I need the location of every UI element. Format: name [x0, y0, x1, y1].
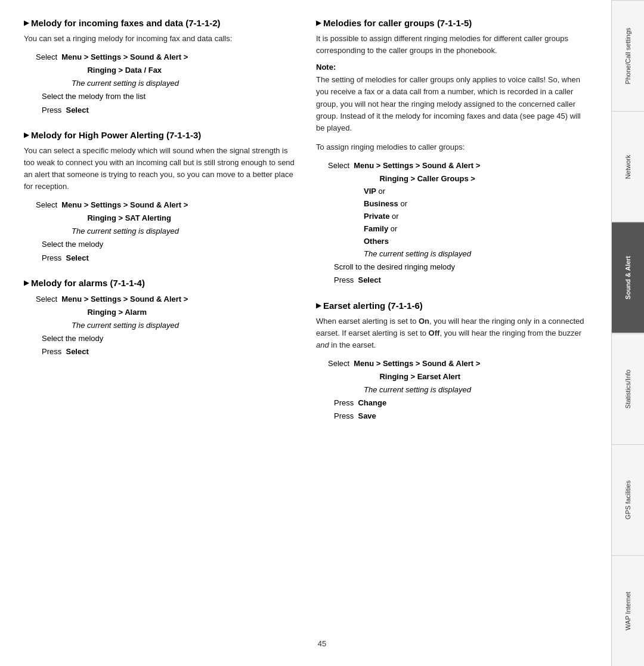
section-caller-groups: Melodies for caller groups (7-1-1-5) It …: [316, 18, 590, 287]
action-fax-step3: Press Select: [42, 104, 298, 117]
action-cg-select: Select: [358, 275, 380, 284]
action-earset-save: Save: [358, 411, 376, 420]
option-business: Business: [364, 199, 398, 208]
action-earset-step2: Press Change: [334, 396, 590, 410]
note-block: Note: The setting of melodies for caller…: [316, 63, 590, 134]
note-text: The setting of melodies for caller group…: [316, 74, 590, 134]
option-family: Family: [364, 224, 388, 233]
select-label-alarm: Select: [36, 293, 57, 306]
note-label: Note:: [316, 63, 590, 72]
action-alarm-step3: Press Select: [42, 345, 298, 358]
italic-note-sat: The current setting is displayed: [72, 225, 298, 238]
italic-note-earset: The current setting is displayed: [364, 383, 590, 396]
italic-note-fax: The current setting is displayed: [72, 77, 298, 90]
italic-note-cg: The current setting is displayed: [364, 247, 590, 261]
sidebar-tab-gps-facilities[interactable]: GPS facilities: [612, 444, 644, 555]
nav-path-earset: Menu > Settings > Sound & Alert > Ringin…: [354, 357, 480, 383]
action-fax-step2: Select the melody from the list: [42, 90, 298, 103]
section-caller-groups-instruction: Select Menu > Settings > Sound & Alert >…: [328, 159, 590, 287]
earset-off: Off: [429, 329, 440, 337]
section-high-power-intro: You can select a specific melody which w…: [24, 145, 298, 193]
select-label-cg: Select: [328, 159, 349, 172]
section-high-power-title: Melody for High Power Alerting (7-1-1-3): [24, 130, 298, 140]
section-earset-title: Earset alerting (7-1-1-6): [316, 301, 590, 311]
action-sat-step3: Press Select: [42, 252, 298, 265]
sidebar: Phone/Call settings Network Sound & Aler…: [611, 0, 644, 666]
section-alarms-title: Melody for alarms (7-1-1-4): [24, 278, 298, 288]
option-others: Others: [364, 237, 389, 246]
section-alarms: Melody for alarms (7-1-1-4) Select Menu …: [24, 278, 298, 358]
section-high-power-instruction: Select Menu > Settings > Sound & Alert >…: [36, 199, 298, 264]
sidebar-tab-wap-internet[interactable]: WAP Internet: [612, 555, 644, 666]
section-earset: Earset alerting (7-1-1-6) When earset al…: [316, 301, 590, 423]
select-label-earset: Select: [328, 357, 349, 370]
action-fax-select: Select: [66, 106, 88, 114]
select-label-sat: Select: [36, 199, 57, 212]
nav-path-alarm: Menu > Settings > Sound & Alert > Ringin…: [61, 293, 188, 319]
caller-group-options: VIP or Business or Private or Family or …: [364, 185, 590, 247]
select-label-fax: Select: [36, 51, 57, 64]
earset-on: On: [419, 317, 429, 326]
action-alarm-step2: Select the melody: [42, 332, 298, 345]
action-cg-step3: Press Select: [334, 274, 590, 287]
nav-path-sat: Menu > Settings > Sound & Alert > Ringin…: [61, 199, 188, 225]
action-sat-step2: Select the melody: [42, 238, 298, 251]
sidebar-tab-phone-call[interactable]: Phone/Call settings: [612, 0, 644, 111]
section-alarms-instruction: Select Menu > Settings > Sound & Alert >…: [36, 293, 298, 358]
nav-path-cg: Menu > Settings > Sound & Alert > Ringin…: [354, 159, 480, 185]
option-private: Private: [364, 212, 389, 221]
earset-intro-part1: When earset alerting is set to: [316, 317, 419, 326]
section-fax-data-title: Melody for incoming faxes and data (7-1-…: [24, 18, 298, 28]
sidebar-tab-network[interactable]: Network: [612, 111, 644, 222]
action-cg-step2: Scroll to the desired ringing melody: [334, 261, 590, 274]
to-assign-text: To assign ringing melodies to caller gro…: [316, 141, 590, 153]
earset-and: and: [316, 340, 329, 349]
section-caller-groups-intro: It is possible to assign different ringi…: [316, 33, 590, 57]
nav-path-fax: Menu > Settings > Sound & Alert > Ringin…: [61, 51, 188, 77]
page-number: 45: [318, 639, 326, 648]
earset-intro-part3: , you will hear the ringing from the buz…: [439, 329, 581, 337]
section-fax-data: Melody for incoming faxes and data (7-1-…: [24, 18, 298, 117]
italic-note-alarm: The current setting is displayed: [72, 319, 298, 332]
section-earset-intro: When earset alerting is set to On, you w…: [316, 315, 590, 351]
section-fax-data-instruction: Select Menu > Settings > Sound & Alert >…: [36, 51, 298, 116]
action-earset-step3: Press Save: [334, 410, 590, 423]
section-fax-data-intro: You can set a ringing melody for incomin…: [24, 33, 298, 45]
section-caller-groups-title: Melodies for caller groups (7-1-1-5): [316, 18, 590, 28]
section-earset-instruction: Select Menu > Settings > Sound & Alert >…: [328, 357, 590, 423]
action-alarm-select: Select: [66, 347, 88, 356]
option-vip: VIP: [364, 187, 376, 196]
action-earset-change: Change: [358, 398, 386, 407]
sidebar-tab-statistics-info[interactable]: Statistics/Info: [612, 333, 644, 444]
earset-intro-part4: in the earset.: [329, 340, 376, 349]
sidebar-tab-sound-alert[interactable]: Sound & Alert: [612, 222, 644, 333]
section-high-power: Melody for High Power Alerting (7-1-1-3)…: [24, 130, 298, 265]
action-sat-select: Select: [66, 253, 88, 262]
